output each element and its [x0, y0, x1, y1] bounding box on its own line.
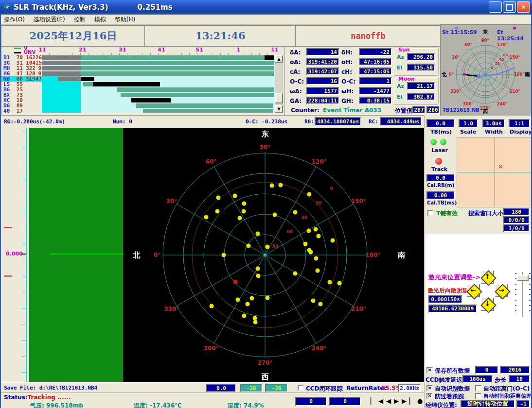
search-field-3[interactable]: 1/0/0	[503, 224, 530, 232]
signal-bar-green	[83, 82, 93, 86]
scroll-up-button[interactable]: ▲	[275, 55, 283, 63]
theodolite-num-field[interactable]: -1	[516, 400, 530, 408]
polar-plot[interactable]: 0°30°60°90°120°150°180°210°240°270°300°3…	[123, 128, 424, 382]
signal-scrollbar[interactable]: ▲ ▼	[275, 55, 283, 113]
step-field[interactable]: 10	[509, 375, 530, 383]
signal-bar-green	[81, 61, 274, 65]
minimize-button[interactable]: _	[489, 1, 502, 13]
echo-dot	[247, 244, 251, 248]
beam-right-button[interactable]: →	[495, 284, 508, 297]
search-field-1[interactable]: 180	[503, 208, 530, 216]
ccd-delay-label: CCD触发延迟	[426, 376, 462, 384]
track-label: Track	[431, 166, 447, 172]
echo-dot	[256, 232, 260, 236]
menu-options[interactable]: 选项设置(E)	[34, 16, 65, 24]
restore-button[interactable]	[503, 1, 516, 13]
echo-dot	[204, 215, 209, 220]
echo-dot	[242, 209, 246, 214]
time-cell: 13:21:46	[144, 25, 296, 46]
ccd-delay-field[interactable]: 166us	[462, 375, 493, 383]
next-button[interactable]: ▶	[394, 397, 402, 405]
telemetry-panel: δA:14δH:-22oA:319:41:20oH:47:16:05cA:319…	[284, 46, 441, 116]
r0-field: 4834.100074us	[315, 117, 361, 126]
search-window-label: 搜索窗口大小	[468, 209, 503, 218]
tkey-checkbox[interactable]	[427, 210, 434, 216]
theodolite-label: 经纬仪位置:	[426, 401, 457, 408]
playback-controls: ▏◀◀▶▶▏●	[371, 397, 426, 405]
echo-dot	[307, 192, 312, 197]
beam-slider[interactable]	[515, 272, 531, 317]
width-field[interactable]: 3.0us	[482, 119, 505, 128]
auto-recognize-checkbox[interactable]: ×	[426, 385, 433, 391]
backscatter-value-field[interactable]: 48106.6230009	[428, 305, 477, 313]
scrollbar-thumb[interactable]	[275, 93, 283, 103]
scroll-down-button[interactable]: ▼	[275, 105, 283, 113]
svg-text:300°: 300°	[463, 102, 474, 106]
beam-down-button[interactable]: ↓	[480, 297, 494, 311]
signal-row-bars	[42, 92, 275, 98]
svg-text:20: 20	[316, 201, 322, 205]
signal-bar-green	[143, 109, 273, 113]
legend-unvalid-swatch	[14, 52, 21, 53]
ccd-view[interactable]: ×	[457, 137, 532, 207]
right-panel: 0.0 TB(ms) 1.0 Scale 3.0us Width 1:1 Dis…	[424, 116, 532, 408]
first-button[interactable]: ▏◀	[371, 397, 386, 405]
close-button[interactable]: ✕	[517, 1, 530, 13]
title-bar: SLR Track(KHz, Ver3.3) 0.251ms _ ✕	[0, 0, 532, 15]
laser-led-2	[440, 139, 446, 145]
signal-row-bars	[42, 87, 275, 92]
auto-offset-checkbox[interactable]	[475, 393, 481, 399]
prev-button[interactable]: ◀	[386, 397, 394, 405]
signal-bar-black	[131, 98, 171, 102]
scale-field[interactable]: 1.0	[459, 119, 478, 128]
beam-up-button[interactable]: ↑	[480, 270, 494, 284]
svg-text:30°: 30°	[452, 55, 460, 60]
svg-text:210°: 210°	[510, 89, 520, 94]
signal-row-bars	[42, 82, 275, 87]
record-button[interactable]: ●	[417, 397, 426, 405]
echo-dot	[309, 250, 313, 255]
last-button[interactable]: ▶▏	[402, 397, 417, 405]
menu-control[interactable]: 控制	[74, 16, 86, 24]
signal-row-bars	[42, 108, 275, 113]
svg-text:40: 40	[301, 215, 307, 220]
auto-gate-checkbox[interactable]	[475, 385, 481, 391]
theodolite-position-field[interactable]: 逆时针转动位置	[461, 400, 515, 408]
search-field-2[interactable]: 0/0/0	[503, 216, 530, 224]
svg-text:南: 南	[524, 71, 530, 78]
beam-slider-handle[interactable]	[517, 275, 529, 281]
ccd-loop-checkbox[interactable]	[298, 385, 304, 391]
cal-rb-field[interactable]: 0.0	[426, 174, 455, 182]
menu-operate[interactable]: 操作(O)	[4, 16, 25, 24]
echo-dot	[250, 296, 254, 301]
beam-left-button[interactable]: ←	[466, 284, 480, 297]
status-field-3: -26	[265, 384, 288, 392]
laser-adjust-zone: 激光束位置调整-> 激光后向散射延迟 0.000150s 48106.62300…	[426, 234, 532, 373]
save-all-checkbox[interactable]: ×	[426, 367, 433, 374]
svg-text:60°: 60°	[464, 42, 472, 47]
svg-text:40: 40	[499, 58, 504, 62]
tb-field[interactable]: 0.0	[426, 119, 455, 128]
pressure: 气压: 996.518mb	[30, 402, 83, 408]
signal-row-bars	[42, 71, 275, 76]
echo-dot	[319, 302, 323, 306]
telemetry-field: 1577	[306, 87, 339, 95]
menu-simulate[interactable]: 模拟	[94, 16, 106, 24]
menu-help[interactable]: 帮助(H)	[115, 16, 135, 24]
sun-title: Sun	[397, 47, 411, 53]
cal-tb-field[interactable]: 0.00	[426, 191, 455, 200]
backscatter-delay-field[interactable]: 0.000150s	[428, 295, 462, 304]
anti-wrap-checkbox[interactable]: ×	[426, 393, 433, 399]
svg-text:西: 西	[262, 373, 269, 381]
save-settings: × 保存所有数据 0 2016 CCD触发延迟 166us 步长 10 × 自动…	[425, 364, 532, 408]
telemetry-row: O-C:16O-C:1	[285, 77, 393, 86]
svg-text:0°: 0°	[154, 252, 160, 258]
telemetry-field: 47:16:05	[359, 58, 392, 66]
display-field[interactable]: 1:1	[509, 119, 530, 128]
svg-text:60°: 60°	[206, 158, 217, 165]
signal-row-label[interactable]: 4017	[1, 108, 42, 114]
svg-text:80: 80	[272, 244, 279, 249]
app-icon	[3, 2, 12, 11]
lower-marker	[4, 275, 12, 277]
counter-value: Event Timer A033	[323, 107, 381, 114]
